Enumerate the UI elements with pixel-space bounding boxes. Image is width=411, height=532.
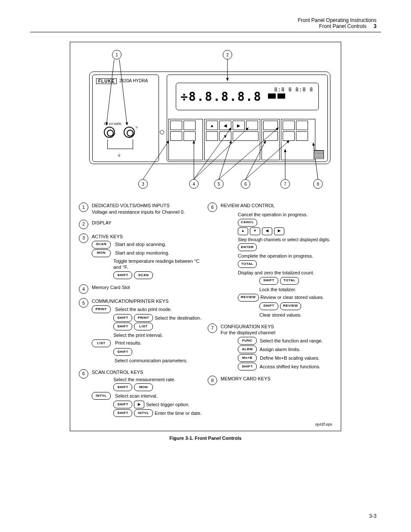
entry-2-title: DISPLAY (92, 220, 203, 226)
entry-6-title: SCAN CONTROL KEYS (92, 369, 203, 376)
entry-7-title: CONFIGURATION KEYS (221, 324, 332, 330)
key-group-2: ▲◀▶ ▼ (204, 119, 260, 160)
callout-bubble-4: 4 (189, 179, 199, 189)
callout-bubble-5: 5 (214, 179, 224, 189)
power-led (160, 130, 164, 134)
device-brand: FLUKE (96, 78, 117, 84)
entry-3-title: ACTIVE KEYS (92, 233, 203, 240)
legend-col-right: 6 REVIEW AND CONTROL Cancel the operatio… (208, 202, 332, 422)
header-right-1: Front Panel Operating Instructions (298, 17, 377, 23)
device-model: 2620A HYDRA (119, 78, 148, 83)
entry-6-left: 6 SCAN CONTROL KEYS Select the measureme… (79, 369, 203, 418)
input-jack-right (124, 127, 135, 138)
entry-6-right: 6 REVIEW AND CONTROL Cancel the operatio… (208, 202, 332, 319)
callout-bubble-7: 7 (280, 179, 290, 189)
device-body: FLUKE 2620A HYDRA ΣΩ 2/4 WIRE V ÷8.8.8.8… (89, 72, 330, 164)
page-header: Front Panel Operating Instructions Front… (30, 17, 381, 32)
legend: 1 DEDICATED VOLTS/OHMS INPUTS Voltage an… (70, 202, 341, 422)
entry-3: 3 ACTIVE KEYS SCAN Start and stop scanni… (79, 233, 203, 280)
entry-5: 5 COMMUNICATION/PRINTER KEYS PRINT Selec… (79, 298, 203, 365)
callout-bubble-1: 1 (112, 50, 121, 59)
key-group-1 (168, 119, 203, 160)
lcd-main: ÷8.8.8.8.8 (181, 90, 262, 104)
memory-card-slot-icon (314, 150, 324, 159)
key-group-3 (262, 119, 280, 160)
lcd-aux (267, 93, 286, 100)
entry-1-title: DEDICATED VOLTS/OHMS INPUTS (92, 202, 203, 209)
device-right-panel: ÷8.8.8.8.8 8:8 8 8:8 8 (167, 75, 328, 162)
entry-1-sub: Voltage and resistance inputs for Channe… (92, 209, 203, 215)
lcd-right: 8:8 8 8:8 8 (274, 87, 313, 93)
header-rule (30, 32, 381, 32)
lcd-display: ÷8.8.8.8.8 8:8 8 8:8 8 (176, 83, 319, 110)
entry-7: 7 CONFIGURATION KEYS For the displayed c… (208, 324, 332, 372)
callout-bubble-2: 2 (223, 50, 232, 59)
jack-bracket (107, 140, 133, 149)
figure-code: op42f.eps (70, 422, 341, 426)
entry-8-title: MEMORY CARD KEYS (221, 376, 332, 382)
callout-bubble-6: 6 (241, 179, 250, 189)
figure-frame: FLUKE 2620A HYDRA ΣΩ 2/4 WIRE V ÷8.8.8.8… (70, 42, 341, 431)
ground-icon (118, 151, 123, 156)
chapter-number: 3 (374, 23, 377, 29)
entry-8: 8 MEMORY CARD KEYS (208, 376, 332, 385)
entry-4-title: Memory Card Slot (92, 284, 203, 291)
entry-7-pre: For the displayed channel: (221, 330, 332, 336)
entry-4: 4 Memory Card Slot (79, 284, 203, 294)
legend-col-left: 1 DEDICATED VOLTS/OHMS INPUTS Voltage an… (79, 202, 203, 422)
page-number: 3-3 (369, 513, 377, 519)
entry-2: 2 DISPLAY (79, 220, 203, 229)
device-diagram: FLUKE 2620A HYDRA ΣΩ 2/4 WIRE V ÷8.8.8.8… (81, 50, 330, 140)
header-right: Front Panel Operating Instructions Front… (298, 17, 377, 29)
figure-caption: Figure 3-1. Front Panel Controls (30, 436, 381, 441)
header-right-2: Front Panel Controls (319, 23, 367, 29)
entry-1: 1 DEDICATED VOLTS/OHMS INPUTS Voltage an… (79, 202, 203, 215)
key-groups: ▲◀▶ ▼ (168, 119, 327, 160)
sigma-label: ΣΩ 2/4 WIRE (104, 122, 121, 125)
callout-bubble-3: 3 (138, 179, 148, 189)
entry-5-title: COMMUNICATION/PRINTER KEYS (92, 298, 203, 305)
callout-bubble-8: 8 (313, 179, 323, 189)
entry-6r-title: REVIEW AND CONTROL (221, 202, 332, 209)
device-left-panel: FLUKE 2620A HYDRA ΣΩ 2/4 WIRE V (92, 75, 159, 162)
key-group-4 (281, 119, 315, 160)
input-jack-left (104, 127, 115, 138)
v-label: V (136, 126, 138, 129)
